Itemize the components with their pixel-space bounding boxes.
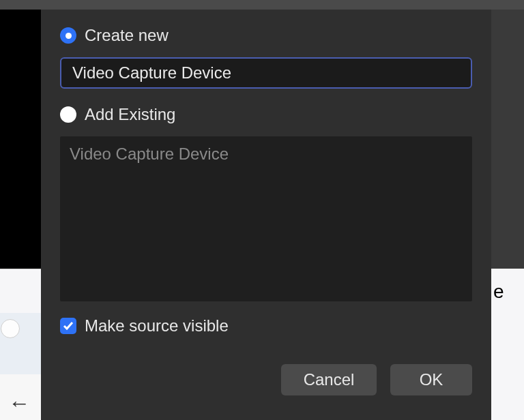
cancel-button[interactable]: Cancel [281, 364, 377, 395]
radio-unselected-icon [60, 106, 76, 123]
source-name-input[interactable] [60, 57, 472, 89]
background-circle-icon [1, 319, 20, 338]
ok-button[interactable]: OK [390, 364, 472, 395]
create-new-label: Create new [85, 26, 169, 45]
add-existing-option[interactable]: Add Existing [60, 102, 472, 127]
background-right-text: e [493, 281, 524, 303]
back-arrow-icon: ← [0, 374, 41, 420]
make-visible-label: Make source visible [85, 316, 229, 335]
dialog-button-row: Cancel OK [60, 364, 472, 395]
window-titlebar-strip [0, 0, 524, 10]
existing-sources-list[interactable]: Video Capture Device [60, 136, 472, 301]
make-visible-checkbox-row[interactable]: Make source visible [60, 316, 472, 335]
checkbox-checked-icon [60, 318, 76, 334]
create-source-dialog: Create new Add Existing Video Capture De… [41, 10, 491, 420]
apple-logo-icon [8, 278, 27, 301]
list-item[interactable]: Video Capture Device [70, 143, 463, 165]
radio-selected-icon [60, 27, 76, 44]
background-preview-area [0, 10, 41, 269]
create-new-option[interactable]: Create new [60, 23, 472, 48]
add-existing-label: Add Existing [85, 105, 175, 124]
